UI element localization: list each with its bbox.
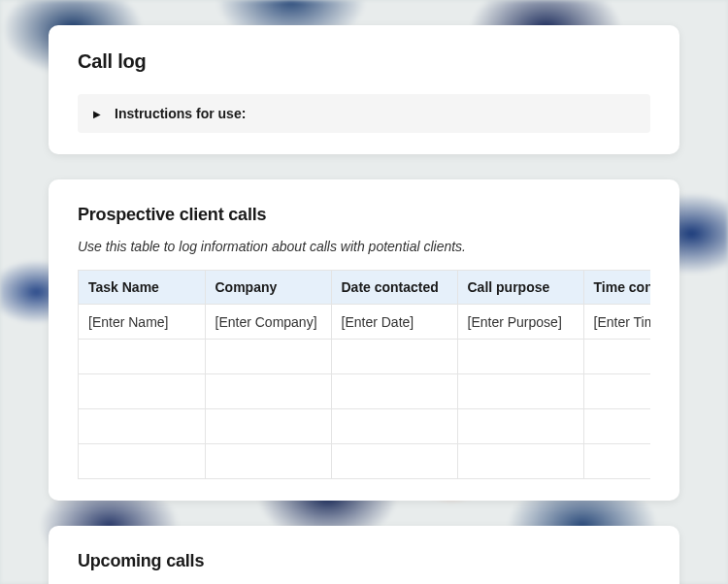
- cell[interactable]: [583, 340, 650, 374]
- cell[interactable]: [331, 444, 457, 479]
- column-header[interactable]: Date contacted: [331, 271, 457, 305]
- cell[interactable]: [Enter Date]: [331, 305, 457, 340]
- column-header[interactable]: Call purpose: [457, 271, 583, 305]
- cell[interactable]: [Enter Time]: [583, 305, 650, 340]
- table-row: [79, 374, 650, 409]
- cell[interactable]: [79, 409, 205, 444]
- cell[interactable]: [79, 374, 205, 409]
- cell[interactable]: [457, 340, 583, 374]
- cell[interactable]: [331, 409, 457, 444]
- page-content: Call log ▶ Instructions for use: Prospec…: [0, 0, 728, 584]
- cell[interactable]: [457, 409, 583, 444]
- page-title: Call log: [78, 50, 650, 73]
- table-row: [79, 409, 650, 444]
- column-header[interactable]: Task Name: [79, 271, 205, 305]
- cell[interactable]: [Enter Name]: [79, 305, 205, 340]
- cell[interactable]: [583, 374, 650, 409]
- section-title: Prospective client calls: [78, 205, 650, 225]
- cell[interactable]: [205, 374, 331, 409]
- cell[interactable]: [583, 409, 650, 444]
- cell[interactable]: [205, 444, 331, 479]
- section-title: Upcoming calls: [78, 551, 650, 571]
- table-container: Task Name Company Date contacted Call pu…: [78, 270, 650, 479]
- instructions-label: Instructions for use:: [115, 106, 246, 121]
- cell[interactable]: [Enter Purpose]: [457, 305, 583, 340]
- table-row: [79, 444, 650, 479]
- cell[interactable]: [205, 409, 331, 444]
- section-description: Use this table to log information about …: [78, 239, 650, 254]
- call-log-card: Call log ▶ Instructions for use:: [49, 25, 679, 154]
- column-header[interactable]: Company: [205, 271, 331, 305]
- cell[interactable]: [Enter Company]: [205, 305, 331, 340]
- cell[interactable]: [331, 340, 457, 374]
- prospective-calls-table: Task Name Company Date contacted Call pu…: [79, 271, 650, 479]
- cell[interactable]: [457, 374, 583, 409]
- cell[interactable]: [205, 340, 331, 374]
- prospective-calls-card: Prospective client calls Use this table …: [49, 179, 679, 501]
- upcoming-calls-card: Upcoming calls: [49, 526, 679, 584]
- cell[interactable]: [79, 444, 205, 479]
- table-row: [Enter Name] [Enter Company] [Enter Date…: [79, 305, 650, 340]
- expand-icon[interactable]: ▶: [93, 109, 101, 119]
- instructions-callout[interactable]: ▶ Instructions for use:: [78, 94, 650, 133]
- cell[interactable]: [583, 444, 650, 479]
- cell[interactable]: [457, 444, 583, 479]
- table-row: [79, 340, 650, 374]
- column-header[interactable]: Time contacted: [583, 271, 650, 305]
- table-header-row: Task Name Company Date contacted Call pu…: [79, 271, 650, 305]
- cell[interactable]: [79, 340, 205, 374]
- cell[interactable]: [331, 374, 457, 409]
